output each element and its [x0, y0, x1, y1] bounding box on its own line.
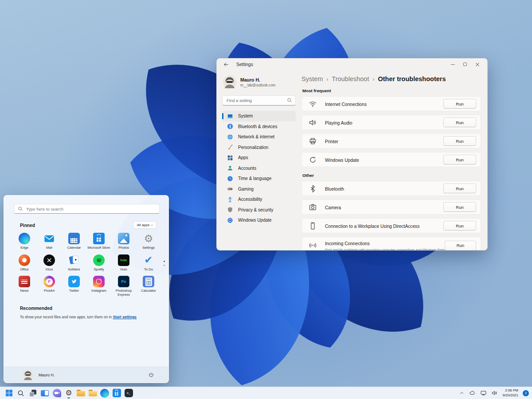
sidebar-item-system[interactable]: System — [222, 111, 296, 121]
run-button[interactable]: Run — [443, 136, 476, 146]
taskbar-clock[interactable]: 2:06 PM9/20/2021 — [501, 387, 520, 399]
troubleshooter-name: Windows Update — [325, 158, 359, 163]
close-button[interactable] — [471, 60, 484, 69]
maximize-icon — [463, 63, 467, 66]
sidebar-item-gaming[interactable]: Gaming — [222, 184, 296, 195]
app-instagram[interactable]: Instagram — [86, 275, 111, 297]
cloud-icon — [469, 390, 476, 396]
start-menu: Pinned All apps › Edge Mail Calendar Mic… — [4, 195, 169, 383]
minimize-button[interactable] — [446, 60, 459, 69]
taskbar-file-explorer-button[interactable] — [75, 387, 86, 399]
app-spotify[interactable]: Spotify — [86, 254, 111, 275]
pinned-page-dots[interactable] — [164, 261, 165, 266]
run-button[interactable]: Run — [445, 241, 476, 250]
app-office[interactable]: Office — [12, 254, 37, 275]
speaker-icon — [491, 390, 498, 396]
spotify-icon — [93, 254, 105, 266]
taskbar-widgets-button[interactable] — [39, 387, 51, 399]
todo-icon: ✔ — [143, 254, 154, 266]
app-to-do[interactable]: ✔ To Do — [136, 254, 161, 275]
app-photoshop-express[interactable]: Ps Photoshop Express — [111, 275, 136, 297]
recommended-label: Recommended — [20, 306, 52, 311]
minimize-icon — [451, 64, 455, 65]
tray-network-button[interactable] — [479, 387, 488, 399]
page-dot-active[interactable] — [164, 261, 165, 262]
app-settings[interactable]: ⚙ Settings — [136, 232, 161, 254]
app-edge[interactable]: Edge — [12, 232, 37, 254]
app-solitaire[interactable]: ♠ Solitaire — [62, 254, 86, 275]
taskbar-edge-button[interactable] — [99, 387, 110, 399]
run-button[interactable]: Run — [443, 184, 476, 193]
taskbar-start-button[interactable] — [3, 387, 15, 399]
app-picsart[interactable]: P PicsArt — [37, 275, 62, 297]
start-search-input[interactable] — [14, 204, 160, 214]
taskbar-folder-button[interactable] — [87, 387, 98, 399]
section-label-other: Other — [302, 173, 481, 178]
page-dot[interactable] — [164, 265, 165, 266]
notification-badge[interactable]: 2 — [523, 390, 529, 396]
taskbar-terminal-button[interactable]: >_ — [123, 387, 134, 399]
back-button[interactable] — [220, 60, 231, 69]
sidebar-item-time-language[interactable]: Time & language — [222, 173, 296, 184]
app-hulu[interactable]: hulu Hulu — [111, 254, 136, 275]
breadcrumb-system[interactable]: System — [301, 75, 323, 82]
photoshop-express-icon: Ps — [118, 276, 129, 287]
news-icon — [19, 276, 30, 287]
taskbar-task-view-button[interactable] — [27, 387, 39, 399]
find-setting-input[interactable] — [222, 95, 296, 106]
tray-onedrive-button[interactable] — [468, 387, 477, 399]
app-photos[interactable]: Photos — [111, 232, 136, 254]
app-label: Mail — [46, 246, 52, 250]
start-settings-link[interactable]: Start settings — [113, 315, 137, 319]
solitaire-icon: ♠ — [68, 254, 80, 266]
pinned-label: Pinned — [20, 223, 35, 228]
avatar — [223, 75, 236, 89]
run-button[interactable]: Run — [443, 117, 476, 127]
sidebar-item-network-internet[interactable]: Network & internet — [222, 132, 296, 142]
app-calendar[interactable]: Calendar — [62, 232, 86, 254]
taskbar-search-button[interactable] — [15, 387, 27, 399]
avatar[interactable] — [23, 370, 33, 380]
tray-chevron-button[interactable] — [458, 387, 466, 399]
all-apps-button[interactable]: All apps › — [133, 221, 156, 229]
calculator-icon — [143, 276, 154, 287]
sidebar-item-windows-update[interactable]: Windows Update — [222, 215, 296, 226]
run-button[interactable]: Run — [443, 202, 476, 212]
antenna-icon — [309, 241, 317, 250]
sidebar-item-accounts[interactable]: Accounts — [222, 163, 296, 174]
taskbar-chat-button[interactable] — [51, 387, 63, 399]
sidebar-item-bluetooth-devices[interactable]: Bluetooth & devices — [222, 121, 296, 132]
page-title: Other troubleshooters — [378, 75, 446, 82]
breadcrumb-troubleshoot[interactable]: Troubleshoot — [332, 75, 369, 82]
tray-volume-button[interactable] — [490, 387, 499, 399]
breadcrumb-separator: › — [326, 76, 328, 82]
app-label: Photos — [118, 246, 129, 250]
run-button[interactable]: Run — [443, 99, 476, 109]
run-button[interactable]: Run — [443, 221, 476, 231]
section-label-most-frequent: Most frequent — [302, 88, 481, 93]
app-news[interactable]: News — [12, 275, 37, 297]
sidebar-item-label: System — [238, 113, 253, 118]
power-button[interactable] — [148, 372, 154, 378]
app-microsoft-store[interactable]: Microsoft Store — [86, 232, 111, 254]
app-xbox[interactable]: Xbox — [37, 254, 62, 275]
maximize-button[interactable] — [459, 60, 471, 69]
pinned-app-grid: Edge Mail Calendar Microsoft Store Photo… — [12, 232, 161, 297]
app-mail[interactable]: Mail — [37, 232, 62, 254]
app-twitter[interactable]: Twitter — [62, 275, 86, 297]
tray-date: 9/20/2021 — [502, 393, 518, 397]
account-info[interactable]: Mauro H. m__lab@outlook.com — [223, 75, 296, 89]
user-name[interactable]: Mauro H. — [39, 373, 55, 377]
sidebar-item-personalization[interactable]: Personalization — [222, 142, 296, 153]
run-button[interactable]: Run — [443, 155, 476, 164]
sidebar-item-label: Network & internet — [238, 134, 274, 139]
app-calculator[interactable]: Calculator — [136, 275, 161, 297]
sidebar-item-apps[interactable]: Apps — [222, 153, 296, 163]
sidebar-item-label: Accessibility — [238, 197, 262, 202]
sidebar-item-accessibility[interactable]: Accessibility — [222, 194, 296, 205]
taskbar-settings-button[interactable]: ⚙ — [63, 387, 74, 399]
app-label: To Do — [144, 267, 153, 271]
taskbar-store-button[interactable] — [111, 387, 122, 399]
sidebar-item-privacy-security[interactable]: Privacy & security — [222, 205, 296, 215]
device-icon — [309, 222, 317, 230]
